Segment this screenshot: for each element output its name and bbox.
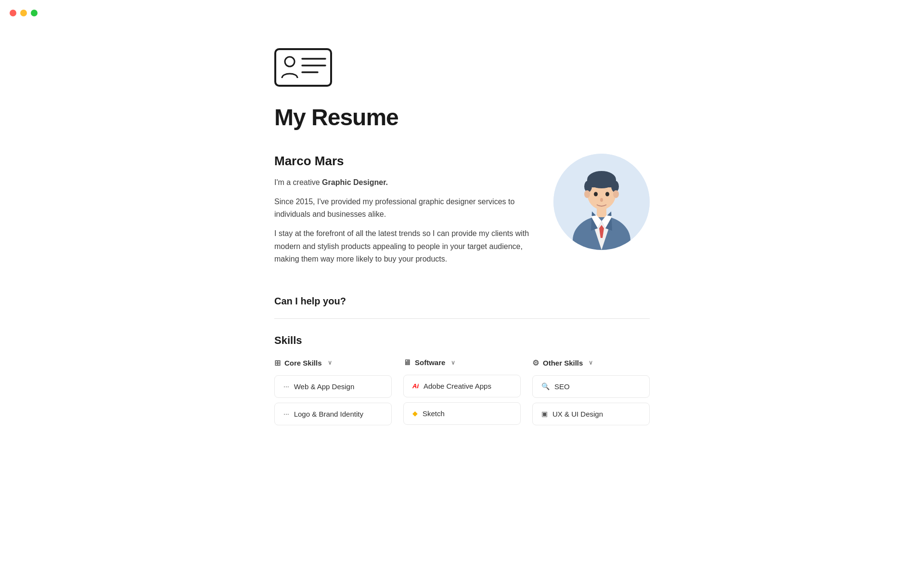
core-skills-icon: ⊞: [274, 358, 281, 368]
software-label: Software: [415, 358, 445, 367]
close-button[interactable]: [10, 10, 16, 16]
page-content: My Resume Marco Mars I'm a creative Grap…: [245, 0, 679, 459]
logo-brand-icon: ···: [283, 410, 289, 418]
skill-column-other: ⚙ Other Skills ∨ 🔍 SEO ▣ UX & UI Design: [532, 358, 650, 430]
other-skills-icon: ⚙: [532, 358, 539, 368]
skill-item-web-app-design[interactable]: ··· Web & App Design: [274, 375, 392, 398]
resume-icon-container: [274, 48, 650, 89]
help-title: Can I help you?: [274, 296, 650, 307]
skill-item-label: UX & UI Design: [552, 410, 603, 418]
core-skills-header[interactable]: ⊞ Core Skills ∨: [274, 358, 392, 368]
maximize-button[interactable]: [31, 10, 38, 16]
page-title: My Resume: [274, 104, 650, 131]
skills-section: Skills ⊞ Core Skills ∨ ··· Web & App Des…: [274, 334, 650, 430]
skill-item-ux-ui[interactable]: ▣ UX & UI Design: [532, 403, 650, 425]
minimize-button[interactable]: [20, 10, 27, 16]
sketch-icon: ◆: [412, 409, 418, 417]
skill-item-adobe[interactable]: Ai Adobe Creative Apps: [403, 375, 521, 397]
skill-item-logo-brand[interactable]: ··· Logo & Brand Identity: [274, 403, 392, 425]
help-section: Can I help you?: [274, 296, 650, 307]
ux-ui-icon: ▣: [541, 410, 548, 418]
other-skills-label: Other Skills: [543, 359, 583, 367]
profile-name: Marco Mars: [274, 154, 534, 169]
skill-column-software: 🖥 Software ∨ Ai Adobe Creative Apps ◆ Sk…: [403, 358, 521, 430]
other-skills-header[interactable]: ⚙ Other Skills ∨: [532, 358, 650, 368]
profile-desc1: Since 2015, I've provided my professiona…: [274, 196, 534, 221]
svg-point-20: [600, 198, 603, 202]
profile-text: Marco Mars I'm a creative Graphic Design…: [274, 154, 534, 273]
svg-point-15: [611, 181, 619, 192]
avatar-circle: [553, 154, 650, 250]
profile-section: Marco Mars I'm a creative Graphic Design…: [274, 154, 650, 273]
avatar-svg: [553, 154, 650, 250]
software-icon: 🖥: [403, 358, 411, 367]
svg-rect-21: [597, 208, 606, 217]
svg-point-16: [584, 190, 590, 198]
skill-item-label: Logo & Brand Identity: [294, 410, 363, 418]
skill-item-label: Adobe Creative Apps: [424, 382, 491, 390]
core-skills-chevron: ∨: [328, 359, 332, 366]
svg-rect-0: [275, 49, 331, 86]
profile-desc2: I stay at the forefront of all the lates…: [274, 227, 534, 265]
intro-bold: Graphic Designer.: [322, 178, 388, 186]
skill-item-label: SEO: [554, 382, 570, 391]
other-skills-chevron: ∨: [589, 359, 593, 366]
skill-item-seo[interactable]: 🔍 SEO: [532, 375, 650, 398]
skills-title: Skills: [274, 334, 650, 347]
skill-column-core: ⊞ Core Skills ∨ ··· Web & App Design ···…: [274, 358, 392, 430]
skill-item-label: Web & App Design: [294, 382, 355, 391]
svg-point-17: [613, 190, 619, 198]
svg-point-14: [584, 181, 592, 192]
skill-item-label: Sketch: [423, 409, 445, 418]
svg-point-1: [285, 57, 295, 66]
intro-text: I'm a creative: [274, 178, 322, 186]
software-chevron: ∨: [451, 359, 455, 366]
web-app-icon: ···: [283, 382, 289, 390]
resume-icon: [274, 48, 332, 87]
profile-intro: I'm a creative Graphic Designer.: [274, 176, 534, 189]
seo-icon: 🔍: [541, 382, 550, 390]
svg-point-18: [594, 192, 598, 197]
svg-point-19: [605, 192, 609, 197]
profile-avatar: [553, 154, 650, 250]
section-divider: [274, 318, 650, 319]
skill-item-sketch[interactable]: ◆ Sketch: [403, 402, 521, 425]
adobe-icon: Ai: [412, 382, 419, 390]
core-skills-label: Core Skills: [284, 359, 322, 367]
traffic-lights: [10, 10, 38, 16]
skills-columns: ⊞ Core Skills ∨ ··· Web & App Design ···…: [274, 358, 650, 430]
software-header[interactable]: 🖥 Software ∨: [403, 358, 521, 367]
